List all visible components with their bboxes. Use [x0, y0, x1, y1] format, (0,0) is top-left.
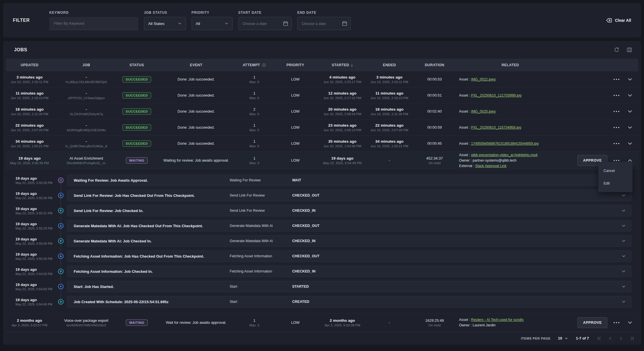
asset-link[interactable]: Reuters - AI Tech used for scrolls: [471, 318, 524, 322]
asset-link[interactable]: IMG_0025.jpeg: [471, 109, 495, 113]
menu-item-edit[interactable]: Edit: [598, 177, 632, 190]
column-header-started[interactable]: STARTED ↓: [320, 63, 365, 67]
expand-row-button[interactable]: [626, 139, 634, 148]
view-columns-button[interactable]: [627, 47, 632, 53]
chevron-left-icon: [607, 336, 613, 341]
expand-row-button[interactable]: [626, 91, 634, 100]
column-header-status[interactable]: STATUS: [119, 63, 154, 67]
chevron-down-icon[interactable]: [616, 284, 631, 289]
row-menu-button[interactable]: [611, 125, 622, 130]
keyword-label: KEYWORD: [49, 11, 138, 15]
job-status-filter-group: JOB STATUS All States: [144, 11, 186, 30]
timeline-row: 19 days agoMay 22, 2025, 5:55:29 PM Gene…: [6, 220, 631, 232]
priority-select[interactable]: All: [192, 17, 233, 30]
refresh-button[interactable]: [614, 47, 620, 53]
priority-value: All: [196, 21, 200, 26]
column-header-related[interactable]: RELATED: [455, 63, 565, 67]
status-badge: SUCCEEDED: [122, 108, 151, 115]
column-header-event[interactable]: EVENT: [154, 63, 238, 67]
owner-value: partner-systems@qibb.tech: [473, 158, 516, 162]
started-icon: [58, 283, 64, 290]
timeline-row: 19 days agoMay 22, 2025, 5:55:31 PM Send…: [6, 205, 631, 216]
timeline-entry[interactable]: Waiting For Review: Job Awaits Approval.…: [67, 174, 631, 186]
status-badge: SUCCEEDED: [122, 124, 151, 131]
asset-link[interactable]: qibb-presentation-video_ai-highlights.mp…: [471, 153, 538, 157]
expand-row-button[interactable]: [626, 123, 634, 132]
owner-value: Laurent Jardin: [473, 323, 495, 327]
checked-out-icon: [58, 223, 64, 229]
job-status-select[interactable]: All States: [144, 17, 186, 30]
column-header-job[interactable]: JOB: [53, 63, 119, 67]
page-size-select[interactable]: 10: [558, 336, 568, 340]
info-icon[interactable]: [262, 63, 266, 67]
chevron-down-icon[interactable]: [616, 193, 631, 198]
jobs-title: JOBS: [14, 47, 27, 52]
chevron-down-icon[interactable]: [616, 208, 631, 213]
column-header-priority[interactable]: PRIORITY: [271, 63, 320, 67]
status-badge: SUCCEEDED: [122, 140, 151, 147]
row-menu-button[interactable]: [611, 141, 622, 146]
chevron-down-icon: [627, 124, 633, 131]
external-link[interactable]: Slack Approval Link: [475, 164, 506, 168]
row-menu-button[interactable]: [611, 93, 622, 98]
timeline-row: 19 days agoMay 22, 2025, 5:54:49 PM Job …: [6, 296, 631, 307]
calendar-icon[interactable]: [342, 21, 348, 26]
approve-button[interactable]: APPROVE: [577, 317, 607, 328]
expand-row-button[interactable]: [626, 107, 634, 116]
asset-link[interactable]: PXL_20250610_121703999.jpg: [471, 93, 522, 97]
timeline-entry[interactable]: Fetching Asset Information: Job Checked …: [67, 266, 631, 277]
row-menu-button[interactable]: [611, 109, 622, 114]
timeline-entry[interactable]: Send Link For Review: Job Checked In. Se…: [67, 205, 631, 216]
chevron-down-icon: [564, 336, 568, 340]
clear-all-button[interactable]: Clear All: [606, 17, 631, 23]
checked-out-icon: [58, 192, 64, 199]
priority-label: PRIORITY: [192, 11, 233, 15]
timeline-entry[interactable]: Start: Job Has Started. Start STARTED: [67, 281, 631, 292]
last-page-button[interactable]: [629, 336, 635, 341]
chevron-down-icon[interactable]: [616, 254, 631, 259]
timeline-entry[interactable]: Generate Matedata With Ai: Job Has Check…: [67, 220, 631, 232]
expand-row-button[interactable]: [626, 75, 634, 84]
timeline-entry[interactable]: Send Link For Review: Job Has Checked Ou…: [67, 190, 631, 201]
chevron-down-icon[interactable]: [616, 269, 631, 274]
status-badge: SUCCEEDED: [122, 92, 151, 99]
column-header-updated[interactable]: UPDATED: [6, 63, 53, 67]
chevron-down-icon: [224, 21, 229, 26]
end-date-input[interactable]: Choose a date: [297, 17, 351, 30]
next-page-button[interactable]: [618, 336, 624, 341]
job-status-value: All States: [148, 21, 165, 26]
column-header-duration[interactable]: DURATION: [414, 63, 455, 67]
chevron-down-icon[interactable]: [616, 238, 631, 244]
chevron-down-icon[interactable]: [616, 223, 631, 228]
chevron-down-icon: [627, 319, 633, 326]
row-menu-button[interactable]: [611, 320, 622, 325]
column-header-ended[interactable]: ENDED: [365, 63, 414, 67]
timeline-entry[interactable]: Fetching Asset Information: Job Has Chec…: [67, 250, 631, 262]
asset-link[interactable]: IMG_0022.jpeg: [471, 77, 495, 81]
row-menu-button[interactable]: [611, 77, 622, 82]
start-date-input[interactable]: Choose a date: [238, 17, 292, 30]
asset-link[interactable]: PXL_20250610_115734958.jpg: [471, 126, 521, 130]
asset-link[interactable]: 1749556456867615169188415544859.jpg: [471, 142, 539, 146]
pagination-bar: ITEMS PER PAGE 10 1-7 of 7: [6, 332, 638, 344]
timeline-entry[interactable]: Generate Matedata With Ai: Job Checked I…: [67, 235, 631, 247]
sort-desc-icon: ↓: [351, 63, 353, 67]
job-history-timeline: 19 days agoMay 22, 2025, 5:55:39 PM Wait…: [6, 169, 638, 313]
expand-row-button[interactable]: [626, 318, 634, 327]
column-header-attempt[interactable]: ATTEMPT: [238, 63, 271, 67]
keyword-input[interactable]: [49, 17, 138, 30]
job-row: 11 minutes agoJun 10, 2025, 2:18:23 PM -…: [6, 87, 638, 103]
timeline-row: 19 days agoMay 22, 2025, 5:54:59 PM Fetc…: [6, 266, 631, 277]
previous-page-button[interactable]: [607, 336, 613, 341]
menu-item-cancel[interactable]: Cancel: [598, 164, 632, 177]
jobs-header: JOBS: [3, 41, 641, 59]
timeline-entry[interactable]: Job Created With Schedule: 2025-05-22t15…: [67, 296, 631, 307]
jobs-panel: JOBS UPDATED JOB STATUS EVENT ATTEMPT PR…: [3, 41, 641, 345]
chevron-down-icon: [627, 76, 633, 83]
calendar-icon[interactable]: [283, 21, 288, 26]
clear-all-label: Clear All: [615, 18, 631, 23]
start-date-placeholder: Choose a date: [243, 21, 267, 26]
first-page-button[interactable]: [596, 336, 602, 341]
chevron-down-icon[interactable]: [616, 299, 631, 304]
end-date-filter-group: END DATE Choose a date: [297, 11, 351, 30]
